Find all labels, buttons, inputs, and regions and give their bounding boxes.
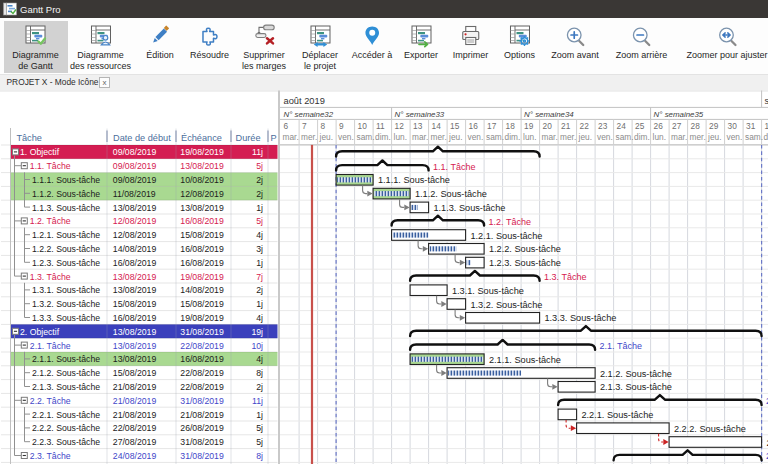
- svg-text:1.2.1. Sous-tâche: 1.2.1. Sous-tâche: [32, 230, 100, 240]
- svg-text:1.2. Tâche: 1.2. Tâche: [30, 216, 71, 226]
- svg-text:23: 23: [598, 121, 608, 131]
- svg-text:12/08/2019: 12/08/2019: [113, 216, 157, 226]
- svg-text:27: 27: [672, 121, 682, 131]
- svg-text:2.1.1. Sous-tâche: 2.1.1. Sous-tâche: [489, 355, 561, 365]
- svg-text:13/08/2019: 13/08/2019: [180, 161, 224, 171]
- svg-text:12: 12: [395, 121, 405, 131]
- svg-text:ven.: ven.: [338, 132, 354, 142]
- svg-text:11j: 11j: [252, 396, 263, 406]
- svg-text:P: P: [271, 133, 277, 143]
- svg-text:lun.: lun.: [653, 132, 666, 142]
- svg-text:1.2.3. Sous-tâche: 1.2.3. Sous-tâche: [32, 258, 100, 268]
- svg-text:14/08/2019: 14/08/2019: [180, 285, 224, 295]
- svg-text:1.2.3. Sous-tâche: 1.2.3. Sous-tâche: [489, 258, 561, 268]
- svg-text:1.3.3. Sous-tâche: 1.3.3. Sous-tâche: [32, 313, 100, 323]
- svg-text:15/08/2019: 15/08/2019: [180, 230, 224, 240]
- svg-text:mar.: mar.: [283, 132, 299, 142]
- svg-text:1.1.1. Sous-tâche: 1.1.1. Sous-tâche: [32, 175, 100, 185]
- svg-text:Durée: Durée: [236, 133, 261, 143]
- svg-text:1.1.1. Sous-tâche: 1.1.1. Sous-tâche: [378, 175, 450, 185]
- svg-text:28: 28: [691, 121, 701, 131]
- svg-text:31/08/2019: 31/08/2019: [180, 451, 224, 461]
- svg-text:10j: 10j: [251, 341, 263, 351]
- svg-text:09/08/2019: 09/08/2019: [113, 161, 157, 171]
- svg-text:31: 31: [746, 121, 756, 131]
- svg-text:1.3.2. Sous-tâche: 1.3.2. Sous-tâche: [32, 299, 100, 309]
- svg-text:5j: 5j: [256, 423, 263, 433]
- svg-text:4j: 4j: [256, 354, 263, 364]
- svg-text:2. Objectif: 2. Objectif: [20, 327, 60, 337]
- svg-text:1j: 1j: [256, 258, 263, 268]
- svg-text:1j: 1j: [256, 203, 263, 213]
- svg-text:09/08/2019: 09/08/2019: [113, 147, 157, 157]
- svg-text:2.2. Tâche: 2.2. Tâche: [30, 396, 71, 406]
- svg-text:12/08/2019: 12/08/2019: [113, 230, 157, 240]
- svg-text:ven.: ven.: [727, 132, 743, 142]
- svg-text:31/08/2019: 31/08/2019: [180, 437, 224, 447]
- svg-text:1: 1: [765, 121, 768, 131]
- svg-text:N° semaine33: N° semaine33: [395, 110, 445, 119]
- svg-text:Date de début: Date de début: [113, 133, 171, 143]
- svg-text:15/08/2019: 15/08/2019: [180, 299, 224, 309]
- svg-text:N° semaine32: N° semaine32: [284, 110, 334, 119]
- svg-text:2.1.1. Sous-tâche: 2.1.1. Sous-tâche: [32, 354, 100, 364]
- svg-text:2.2.3. Sous-tâche: 2.2.3. Sous-tâche: [32, 437, 100, 447]
- svg-text:19j: 19j: [251, 327, 263, 337]
- svg-text:2.1. Tâche: 2.1. Tâche: [600, 341, 642, 351]
- svg-text:15/08/2019: 15/08/2019: [113, 299, 157, 309]
- svg-text:13/08/2019: 13/08/2019: [113, 327, 157, 337]
- svg-text:13/08/2019: 13/08/2019: [180, 203, 224, 213]
- svg-text:3j: 3j: [256, 244, 263, 254]
- svg-text:1.1.2. Sous-tâche: 1.1.2. Sous-tâche: [32, 189, 100, 199]
- svg-text:dim.: dim.: [505, 132, 521, 142]
- svg-text:16/08/2019: 16/08/2019: [180, 216, 224, 226]
- svg-text:16/08/2019: 16/08/2019: [180, 244, 224, 254]
- svg-text:21/08/2019: 21/08/2019: [180, 410, 224, 420]
- svg-text:4j: 4j: [256, 313, 263, 323]
- svg-text:10: 10: [358, 121, 368, 131]
- svg-text:5j: 5j: [256, 161, 263, 171]
- svg-text:16/08/2019: 16/08/2019: [180, 354, 224, 364]
- svg-text:N° semaine34: N° semaine34: [524, 110, 574, 119]
- svg-text:19: 19: [524, 121, 534, 131]
- svg-text:mer.: mer.: [560, 132, 576, 142]
- svg-text:sam.: sam.: [616, 132, 634, 142]
- svg-text:13/08/2019: 13/08/2019: [113, 285, 157, 295]
- svg-text:30: 30: [728, 121, 738, 131]
- svg-text:13/08/2019: 13/08/2019: [113, 341, 157, 351]
- svg-text:1.2.1. Sous-tâche: 1.2.1. Sous-tâche: [470, 231, 542, 241]
- svg-text:09/08/2019: 09/08/2019: [113, 175, 157, 185]
- svg-text:jeu.: jeu.: [578, 132, 592, 142]
- svg-text:16/08/2019: 16/08/2019: [113, 313, 157, 323]
- svg-text:6: 6: [284, 121, 289, 131]
- svg-text:mar.: mar.: [542, 132, 558, 142]
- svg-text:dim.: dim.: [764, 132, 768, 142]
- svg-text:mer.: mer.: [431, 132, 447, 142]
- svg-text:13/08/2019: 13/08/2019: [113, 354, 157, 364]
- svg-text:2j: 2j: [256, 175, 263, 185]
- svg-text:16/08/2019: 16/08/2019: [113, 258, 157, 268]
- svg-text:sam.: sam.: [357, 132, 375, 142]
- svg-text:Tâche: Tâche: [16, 133, 42, 143]
- svg-text:22/08/2019: 22/08/2019: [180, 368, 224, 378]
- svg-text:13/08/2019: 13/08/2019: [113, 272, 157, 282]
- svg-text:11: 11: [376, 121, 385, 131]
- svg-text:lun.: lun.: [394, 132, 407, 142]
- svg-text:mer.: mer.: [690, 132, 706, 142]
- svg-text:14/08/2019: 14/08/2019: [113, 244, 157, 254]
- svg-text:17: 17: [487, 121, 497, 131]
- svg-text:1.2. Tâche: 1.2. Tâche: [489, 217, 531, 227]
- svg-text:10/08/2019: 10/08/2019: [180, 175, 224, 185]
- svg-text:mar.: mar.: [671, 132, 687, 142]
- svg-text:2.1.2. Sous-tâche: 2.1.2. Sous-tâche: [32, 368, 100, 378]
- svg-text:8j: 8j: [256, 368, 263, 378]
- svg-text:16/08/2019: 16/08/2019: [180, 258, 224, 268]
- svg-text:ven.: ven.: [597, 132, 613, 142]
- svg-text:15/08/2019: 15/08/2019: [113, 368, 157, 378]
- svg-text:19/08/2019: 19/08/2019: [180, 147, 224, 157]
- svg-text:2.2.1. Sous-tâche: 2.2.1. Sous-tâche: [32, 410, 100, 420]
- svg-text:4j: 4j: [256, 230, 263, 240]
- svg-text:29: 29: [709, 121, 719, 131]
- svg-text:1.3.3. Sous-tâche: 1.3.3. Sous-tâche: [544, 313, 616, 323]
- svg-text:2j: 2j: [256, 382, 263, 392]
